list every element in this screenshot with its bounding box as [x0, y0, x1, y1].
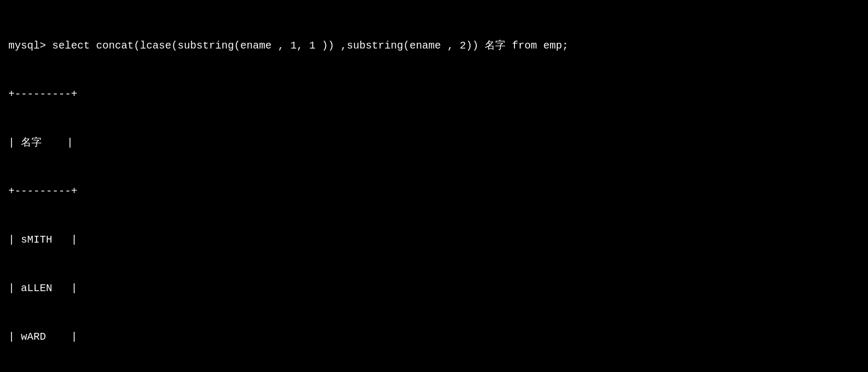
mid-border: +---------+ [8, 183, 860, 199]
header-row: | 名字 | [8, 135, 860, 151]
row-smith: | sMITH | [8, 232, 860, 248]
top-border: +---------+ [8, 86, 860, 102]
row-allen: | aLLEN | [8, 280, 860, 296]
row-ward: | wARD | [8, 329, 860, 345]
terminal-output: mysql> select concat(lcase(substring(ena… [8, 5, 860, 372]
sql-command: mysql> select concat(lcase(substring(ena… [8, 38, 860, 54]
